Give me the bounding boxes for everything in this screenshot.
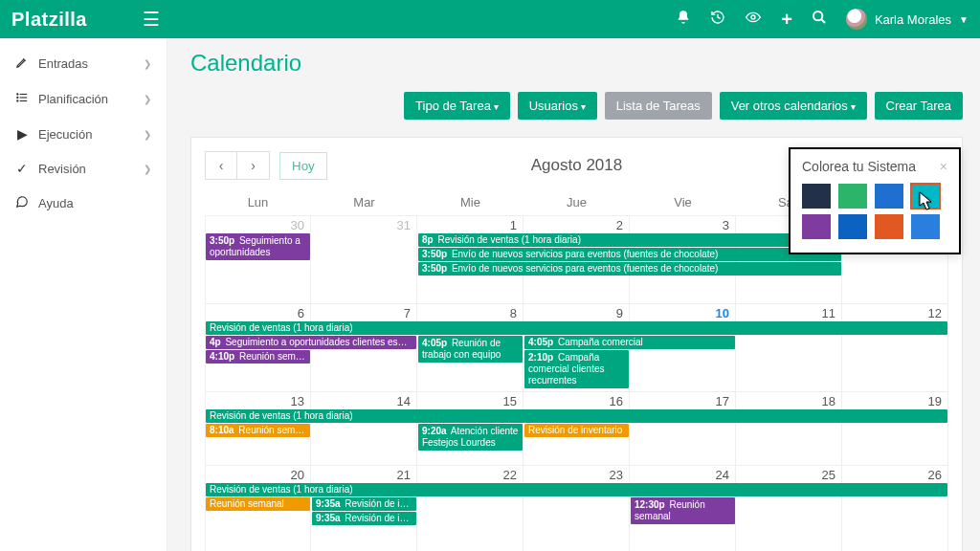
eye-icon[interactable] [745, 10, 762, 29]
calendar-event[interactable]: 3:50p Seguimiento a oportunidades [206, 233, 310, 260]
day-number: 20 [206, 466, 310, 482]
event-time: 3:50p [422, 249, 447, 259]
color-swatch[interactable] [838, 214, 867, 239]
calendar-event[interactable]: 4:05p Reunión de trabajo con equipo [418, 336, 523, 363]
event-time: 8:10a [210, 425, 234, 435]
calendar-event[interactable]: Revisión de ventas (1 hora diaria) [206, 321, 947, 335]
event-title: Revisión de ventas (1 hora diaria) [210, 410, 353, 421]
chevron-right-icon: ❯ [144, 94, 151, 104]
calendar-event[interactable]: Revisión de ventas (1 hora diaria) [206, 483, 947, 496]
color-swatch[interactable] [911, 214, 940, 239]
svg-line-2 [821, 19, 825, 23]
calendar-event[interactable]: Revisión de ventas (1 hora diaria) [206, 409, 947, 423]
cursor-icon [919, 191, 934, 210]
search-icon[interactable] [812, 10, 827, 29]
calendar-event[interactable]: 3:50p Envío de nuevos servicios para eve… [418, 248, 841, 261]
day-number: 9 [523, 304, 629, 320]
color-swatch[interactable] [802, 184, 831, 209]
sidebar-item-planificacion[interactable]: Planificación ❯ [0, 81, 167, 117]
calendar-event[interactable]: 9:20a Atención cliente Festejos Lourdes [418, 424, 523, 451]
day-cell[interactable]: 19 [842, 392, 948, 465]
dow-cell: Jue [523, 195, 630, 209]
event-time: 9:20a [422, 426, 447, 436]
day-cell[interactable]: 18 [736, 392, 842, 465]
calendar-event[interactable]: 4:10p Reunión semanal [206, 350, 310, 364]
calendar-event[interactable]: 4p Seguimiento a oportunidades clientes … [206, 336, 416, 349]
color-swatch[interactable] [838, 184, 867, 209]
event-title: Revisión de ventas (1 hora diaria) [210, 322, 353, 333]
sidebar-item-revision[interactable]: ✓Revisión ❯ [0, 151, 167, 186]
day-cell[interactable]: 14 [311, 392, 417, 465]
sidebar-item-entradas[interactable]: Entradas ❯ [0, 46, 167, 81]
day-number: 26 [842, 466, 947, 482]
sidebar-item-label: Planificación [38, 92, 108, 106]
prev-month-button[interactable]: ‹ [205, 151, 237, 180]
sidebar: Entradas ❯ Planificación ❯ ▶Ejecución ❯ … [0, 38, 167, 551]
color-swatch[interactable] [911, 184, 940, 209]
color-swatch[interactable] [875, 184, 903, 209]
close-icon[interactable]: × [940, 159, 947, 174]
day-number: 23 [523, 466, 629, 482]
event-time: 4p [210, 337, 221, 347]
task-list-button[interactable]: Lista de Tareas [605, 92, 712, 120]
user-menu[interactable]: Karla Morales ▼ [846, 9, 969, 30]
calendar-event[interactable]: 3:50p Envío de nuevos servicios para eve… [418, 262, 841, 276]
calendar-event[interactable]: 4:05p Campaña comercial [524, 336, 735, 349]
bell-icon[interactable] [676, 10, 691, 29]
calendar-event[interactable]: 9:35a Revisión de inventario [312, 512, 416, 525]
calendar-event[interactable]: 12:30p Reunión semanal [631, 497, 735, 524]
app-logo: Platzilla [11, 9, 87, 31]
calendar-event[interactable]: 9:35a Revisión de inventario [312, 497, 416, 511]
calendar-event[interactable]: Revisión de inventario [524, 424, 629, 437]
day-cell[interactable]: 26 [842, 466, 948, 551]
event-title: Revisión de ventas (1 hora diaria) [210, 484, 353, 495]
day-cell[interactable]: 12 [842, 304, 948, 391]
day-cell[interactable]: 17 [630, 392, 736, 465]
day-number: 21 [311, 466, 416, 482]
sidebar-item-label: Entradas [38, 56, 88, 71]
sidebar-item-ayuda[interactable]: Ayuda [0, 186, 167, 221]
event-title: Reunión semanal [236, 425, 310, 435]
event-title: Seguimiento a oportunidades clientes esp… [223, 337, 416, 347]
next-month-button[interactable]: › [237, 151, 270, 180]
day-number: 7 [311, 304, 416, 320]
sidebar-item-label: Revisión [38, 162, 86, 176]
day-number: 17 [630, 392, 735, 408]
event-title: Revisión de inventario [343, 498, 416, 509]
calendar-event[interactable]: Reunión semanal [206, 497, 310, 511]
app-header: Platzilla ☰ + Karla Morales ▼ [0, 0, 980, 38]
plus-icon[interactable]: + [781, 9, 792, 31]
day-number: 18 [736, 392, 841, 408]
color-swatch[interactable] [875, 214, 903, 239]
calendar-grid: 3031123453:50p Seguimiento a oportunidad… [205, 215, 948, 551]
other-calendars-dropdown[interactable]: Ver otros calendarios [720, 92, 867, 120]
calendar-week: 13141516171819 Revisión de ventas (1 hor… [205, 391, 948, 465]
popover-title: Colorea tu Sistema [802, 159, 916, 174]
create-task-button[interactable]: Crear Tarea [875, 92, 963, 120]
today-button[interactable]: Hoy [279, 152, 327, 180]
event-time: 9:35a [316, 513, 341, 523]
calendar-event[interactable]: 8:10a Reunión semanal [206, 424, 310, 437]
play-icon: ▶ [15, 126, 29, 142]
color-swatch[interactable] [802, 214, 831, 239]
day-cell[interactable]: 22 [417, 466, 523, 551]
day-number: 1 [417, 216, 523, 232]
dow-cell: Lun [205, 195, 311, 209]
svg-point-8 [17, 100, 18, 101]
chevron-right-icon: ❯ [144, 164, 151, 174]
history-icon[interactable] [710, 10, 725, 29]
day-cell[interactable]: 25 [736, 466, 842, 551]
day-cell[interactable]: 31 [311, 216, 417, 303]
day-number: 15 [417, 392, 523, 408]
calendar-event[interactable]: 2:10p Campaña comercial clientes recurre… [524, 350, 629, 388]
day-number: 30 [206, 216, 310, 232]
day-number: 8 [417, 304, 523, 320]
task-type-dropdown[interactable]: Tipo de Tarea [404, 92, 510, 120]
day-number: 3 [630, 216, 735, 232]
sidebar-item-ejecucion[interactable]: ▶Ejecución ❯ [0, 117, 167, 151]
day-cell[interactable]: 11 [736, 304, 842, 391]
event-time: 12:30p [635, 499, 665, 510]
menu-toggle-icon[interactable]: ☰ [143, 8, 160, 31]
day-cell[interactable]: 23 [523, 466, 630, 551]
users-dropdown[interactable]: Usuarios [518, 92, 597, 120]
